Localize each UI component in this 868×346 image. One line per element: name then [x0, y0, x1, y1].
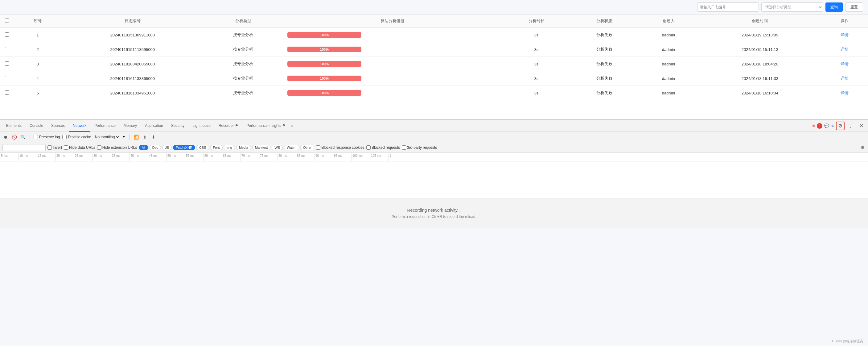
error-circle-icon: ⊗: [812, 123, 815, 128]
tab-security[interactable]: Security: [167, 120, 188, 132]
blocked-requests-text: Blocked requests: [372, 145, 400, 150]
filter-tag-all[interactable]: All: [139, 145, 148, 150]
hide-extension-urls-label[interactable]: Hide extension URLs: [97, 145, 137, 150]
filter-tag-js[interactable]: JS: [162, 145, 172, 150]
progress-text: 100%: [320, 91, 329, 95]
search-bar: 请选择分析类型 查询 重置: [0, 0, 868, 15]
row-duration: 3s: [502, 57, 570, 71]
throttle-select[interactable]: No throttling: [94, 134, 120, 140]
filter-tag-css[interactable]: CSS: [196, 145, 209, 150]
tab-performance[interactable]: Performance: [91, 120, 119, 132]
preserve-log-label[interactable]: Preserve log: [34, 135, 60, 139]
ruler-tick: 30 ms: [93, 153, 111, 161]
search-icon[interactable]: 🔍: [20, 134, 26, 140]
row-checkbox-cell: [0, 71, 14, 86]
tab-application[interactable]: Application: [141, 120, 167, 132]
close-devtools-button[interactable]: ✕: [857, 122, 866, 130]
analysis-type-select[interactable]: 请选择分析类型: [761, 2, 823, 12]
blocked-requests-checkbox[interactable]: [366, 145, 371, 150]
tab-elements[interactable]: Elements: [2, 120, 25, 132]
query-button[interactable]: 查询: [826, 2, 843, 12]
more-options-button[interactable]: ⋮: [846, 122, 855, 130]
ruler-tick: 20 ms: [56, 153, 74, 161]
record-icon[interactable]: ⏺: [2, 134, 9, 140]
third-party-checkbox[interactable]: [402, 145, 406, 150]
filter-tag-ws[interactable]: WS: [272, 145, 283, 150]
upload-icon[interactable]: ⬆: [142, 134, 148, 140]
close-performance-insights-btn[interactable]: ×: [290, 123, 295, 128]
blocked-cookies-label[interactable]: Blocked response cookies: [316, 145, 364, 150]
hide-extension-urls-checkbox[interactable]: [97, 145, 101, 150]
filter-tag-wasm[interactable]: Wasm: [284, 145, 299, 150]
blocked-cookies-checkbox[interactable]: [316, 145, 320, 150]
filter-tag-doc[interactable]: Doc: [150, 145, 161, 150]
row-log-id: 20240118161133865000: [61, 71, 204, 86]
row-id: 2: [14, 42, 61, 57]
progress-text: 100%: [320, 77, 329, 80]
detail-link[interactable]: 详情: [841, 76, 848, 81]
toolbar-divider-2: [129, 134, 129, 140]
download-icon[interactable]: ⬇: [151, 134, 157, 140]
hide-data-urls-checkbox[interactable]: [64, 145, 68, 150]
detail-link[interactable]: 详情: [841, 47, 848, 52]
throttle-dropdown-icon[interactable]: ▼: [122, 135, 125, 139]
settings-button[interactable]: ⚙: [836, 122, 844, 130]
invert-checkbox[interactable]: [48, 145, 52, 150]
row-checkbox[interactable]: [5, 61, 9, 66]
ruler-tick: 70 ms: [241, 153, 259, 161]
tab-sources[interactable]: Sources: [48, 120, 68, 132]
log-id-input[interactable]: [697, 2, 759, 12]
row-checkbox[interactable]: [5, 76, 9, 80]
tab-network[interactable]: Network: [69, 120, 90, 132]
performance-insights-icon: ⚑: [282, 123, 285, 127]
invert-label[interactable]: Invert: [48, 145, 62, 150]
filter-tag-img[interactable]: Img: [224, 145, 235, 150]
row-status: 分析失败: [570, 57, 638, 71]
detail-link[interactable]: 详情: [841, 32, 848, 37]
filter-tag-font[interactable]: Font: [210, 145, 223, 150]
detail-link[interactable]: 详情: [841, 90, 848, 95]
filter-tag-manifest[interactable]: Manifest: [252, 145, 271, 150]
tab-console[interactable]: Console: [26, 120, 47, 132]
row-creator: dadmin: [638, 86, 699, 100]
progress-text: 100%: [320, 48, 329, 51]
row-action: 详情: [821, 42, 868, 57]
ruler-tick: 40 ms: [129, 153, 148, 161]
detail-link[interactable]: 详情: [841, 61, 848, 66]
blocked-requests-label[interactable]: Blocked requests: [366, 145, 400, 150]
row-checkbox[interactable]: [5, 47, 9, 51]
third-party-label[interactable]: 3rd-party requests: [402, 145, 437, 150]
filter-input[interactable]: [2, 144, 45, 151]
select-all-checkbox[interactable]: [5, 19, 9, 23]
filter-tag-fetch-xhr[interactable]: Fetch/XHR: [173, 145, 195, 150]
row-log-id: 20240118161034961000: [61, 86, 204, 100]
tab-memory[interactable]: Memory: [120, 120, 141, 132]
tab-security-label: Security: [171, 123, 184, 128]
row-checkbox-cell: [0, 28, 14, 42]
devtools-tab-bar: Elements Console Sources Network Perform…: [0, 120, 868, 132]
disable-cache-checkbox[interactable]: [62, 135, 67, 139]
filter-tag-media[interactable]: Media: [236, 145, 251, 150]
tab-performance-insights[interactable]: Performance insights ⚑: [243, 120, 289, 132]
hide-data-urls-text: Hide data URLs: [69, 145, 95, 150]
hide-data-urls-label[interactable]: Hide data URLs: [64, 145, 95, 150]
row-action: 详情: [821, 28, 868, 42]
filter-tag-other[interactable]: Other: [300, 145, 314, 150]
row-progress: 100%: [282, 71, 503, 86]
disable-cache-label[interactable]: Disable cache: [62, 135, 91, 139]
tab-lighthouse[interactable]: Lighthouse: [189, 120, 214, 132]
row-progress: 100%: [282, 42, 503, 57]
row-create-time: 2024/01/18 18:04:20: [699, 57, 821, 71]
reset-button[interactable]: 重置: [845, 2, 863, 12]
error-count-badge: 4: [817, 123, 823, 129]
filter-settings-icon[interactable]: ⚙: [859, 144, 866, 151]
row-checkbox[interactable]: [5, 32, 9, 37]
row-checkbox[interactable]: [5, 90, 9, 95]
preserve-log-checkbox[interactable]: [34, 135, 38, 139]
ruler-tick: 95 ms: [333, 153, 351, 161]
tab-recorder[interactable]: Recorder ⚑: [215, 120, 242, 132]
ruler-tick: 75 ms: [259, 153, 278, 161]
online-icon[interactable]: 📶: [133, 134, 140, 140]
clear-icon[interactable]: 🚫: [11, 134, 17, 140]
table-row: 5 20240118161034961000 按专业分析 100% 3s 分析失…: [0, 86, 868, 100]
